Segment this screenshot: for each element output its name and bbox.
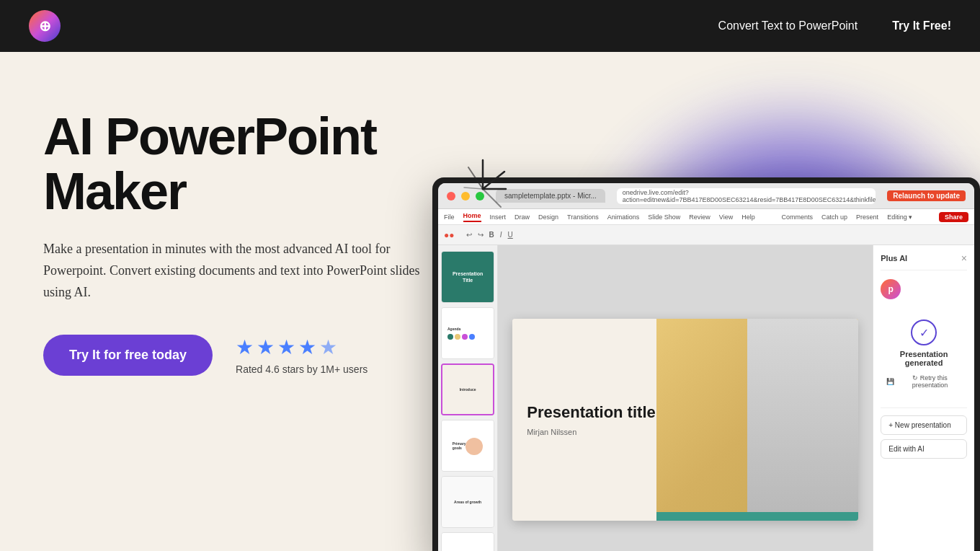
office-menu-draw[interactable]: Draw (514, 213, 530, 221)
office-toolbar-icons: ●● ↩ ↪ B I U (438, 225, 974, 245)
ai-new-presentation-button[interactable]: + New presentation (881, 415, 967, 435)
browser-tab[interactable]: sampletemplate.pptx - Micr... (496, 189, 605, 203)
slide-thumb-4[interactable]: Primarygoals (441, 420, 494, 472)
editing-btn[interactable]: Editing ▾ (887, 213, 912, 221)
ai-check-icon: ✓ (911, 319, 937, 345)
ai-success-text: Presentation generated (886, 350, 961, 367)
slide-person-image (747, 319, 858, 521)
svg-line-3 (483, 189, 501, 207)
browser-url-bar[interactable]: onedrive.live.com/edit?action=editnew&id… (617, 188, 876, 204)
office-menu-transitions[interactable]: Transitions (567, 213, 599, 221)
header: ⊕ Convert Text to PowerPoint Try It Free… (0, 0, 980, 52)
ai-logo: p (881, 279, 901, 299)
logo[interactable]: ⊕ (29, 10, 61, 42)
star-3: ★ (277, 335, 295, 359)
ai-success-area: ✓ Presentation generated 💾 ↻ Retry this … (881, 308, 967, 400)
slide-3-inner: Introduce (442, 365, 493, 414)
share-button[interactable]: Share (939, 212, 968, 222)
star-5-half: ★ (319, 335, 337, 359)
star-2: ★ (257, 335, 275, 359)
office-menu-design[interactable]: Design (538, 213, 558, 221)
nav-try-free[interactable]: Try It Free! (892, 19, 951, 32)
ai-retry-button[interactable]: ↻ Retry this presentation (899, 374, 961, 389)
office-menu-review[interactable]: Review (689, 213, 710, 221)
rating-text: Rated 4.6 stars by 1M+ users (236, 363, 368, 375)
url-text: onedrive.live.com/edit?action=editnew&id… (623, 189, 876, 203)
star-4: ★ (298, 335, 316, 359)
ai-divider (881, 407, 967, 408)
ai-save-button[interactable]: 💾 (886, 374, 894, 389)
slide-thumb-1[interactable]: PresentationTitle (441, 251, 494, 303)
slide-preview: Presentation title Mirjan Nilssen (512, 319, 858, 521)
slide-thumb-2[interactable]: Agenda (441, 307, 494, 359)
svg-line-5 (464, 188, 483, 189)
hero-section: AI PowerPoint Maker Make a presentation … (0, 52, 980, 551)
slide-1-text: PresentationTitle (453, 270, 483, 283)
laptop-frame: sampletemplate.pptx - Micr... onedrive.l… (432, 177, 980, 551)
ai-action-row: 💾 ↻ Retry this presentation (886, 374, 961, 389)
office-menu-help[interactable]: Help (741, 213, 755, 221)
slide-image (656, 319, 858, 521)
office-menu-animations[interactable]: Animations (607, 213, 640, 221)
present-btn[interactable]: Present (856, 213, 878, 221)
slide-2-inner: Agenda (442, 308, 494, 358)
slide-4-inner: Primarygoals (442, 420, 494, 471)
slide-author: Mirjan Nilssen (527, 428, 656, 436)
slide-thumb-6[interactable]: ❝ (441, 532, 494, 551)
slide-right (656, 319, 858, 521)
slide-5-inner: Areas of growth (442, 477, 494, 527)
office-ribbon-top: File Home Insert Draw Design Transitions… (438, 209, 974, 225)
star-1: ★ (236, 335, 254, 359)
ai-panel: Plus AI × p ✓ Presentation generated 💾 ↻… (873, 245, 974, 551)
slide-thumb-5[interactable]: Areas of growth (441, 476, 494, 528)
nav-convert[interactable]: Convert Text to PowerPoint (718, 19, 858, 32)
stars-row: ★ ★ ★ ★ ★ (236, 335, 368, 359)
app-area: PresentationTitle Agenda (438, 245, 974, 551)
ai-close-button[interactable]: × (961, 252, 967, 264)
office-menu-view[interactable]: View (719, 213, 733, 221)
catch-up-btn[interactable]: Catch up (821, 213, 847, 221)
slide-6-inner: ❝ (442, 533, 494, 551)
sparkle-svg (454, 146, 512, 232)
comments-btn[interactable]: Comments (782, 213, 814, 221)
hero-title: AI PowerPoint Maker (43, 110, 447, 219)
ai-panel-header: Plus AI × (881, 252, 967, 270)
laptop-mockup: sampletemplate.pptx - Micr... onedrive.l… (432, 177, 980, 551)
laptop-screen: sampletemplate.pptx - Micr... onedrive.l… (438, 183, 974, 551)
svg-line-4 (468, 167, 483, 189)
navigation: Convert Text to PowerPoint Try It Free! (718, 19, 951, 32)
cta-row: Try It for free today ★ ★ ★ ★ ★ Rated 4.… (43, 335, 447, 376)
sparkle-decoration (454, 146, 512, 235)
office-menu-slideshow[interactable]: Slide Show (648, 213, 680, 221)
ai-panel-title: Plus AI (881, 254, 907, 263)
main-editing-area: Presentation title Mirjan Nilssen (498, 245, 873, 551)
browser-chrome: sampletemplate.pptx - Micr... onedrive.l… (438, 183, 974, 209)
slide-presentation-title: Presentation title (527, 403, 656, 422)
relaunch-button[interactable]: Relaunch to update (887, 190, 966, 201)
slide-thumb-3[interactable]: Introduce (441, 363, 494, 415)
slide-1-inner: PresentationTitle (442, 252, 494, 302)
slides-panel: PresentationTitle Agenda (438, 245, 498, 551)
ai-edit-button[interactable]: Edit with AI (881, 439, 967, 459)
hero-subtitle: Make a presentation in minutes with the … (43, 239, 447, 303)
cta-button[interactable]: Try It for free today (43, 335, 213, 376)
svg-line-1 (483, 172, 504, 189)
logo-icon: ⊕ (29, 10, 61, 42)
rating-block: ★ ★ ★ ★ ★ Rated 4.6 stars by 1M+ users (236, 335, 368, 375)
hero-title-line2: Maker (43, 162, 186, 220)
hero-title-line1: AI PowerPoint (43, 107, 376, 165)
slide-left: Presentation title Mirjan Nilssen (512, 319, 671, 521)
slide-teal-bar (656, 512, 858, 521)
hero-content: AI PowerPoint Maker Make a presentation … (0, 52, 447, 419)
